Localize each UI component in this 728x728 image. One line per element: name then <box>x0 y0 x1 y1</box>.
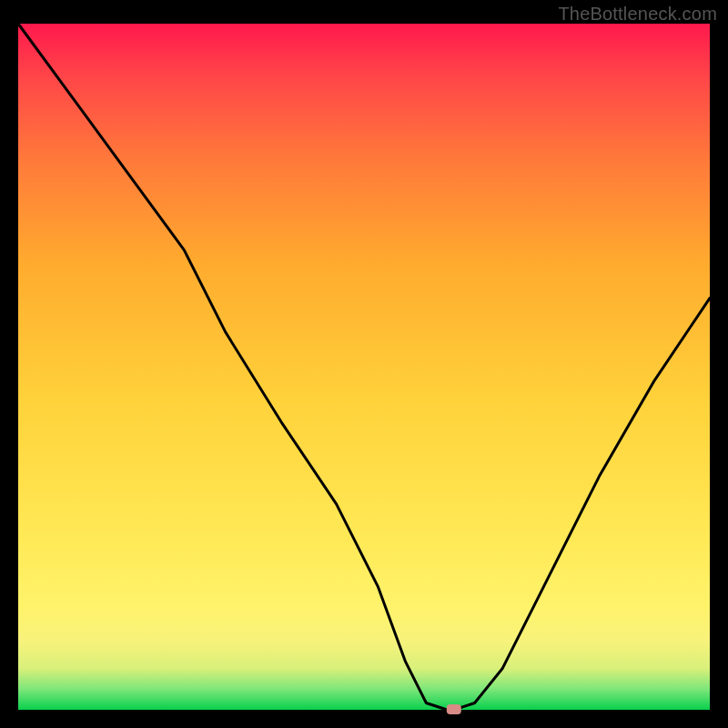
minimum-marker <box>447 704 461 714</box>
plot-area <box>18 24 710 710</box>
curve-path <box>18 24 710 710</box>
watermark-label: TheBottleneck.com <box>558 4 717 25</box>
chart-frame: TheBottleneck.com <box>0 0 728 728</box>
bottleneck-curve <box>18 24 710 710</box>
